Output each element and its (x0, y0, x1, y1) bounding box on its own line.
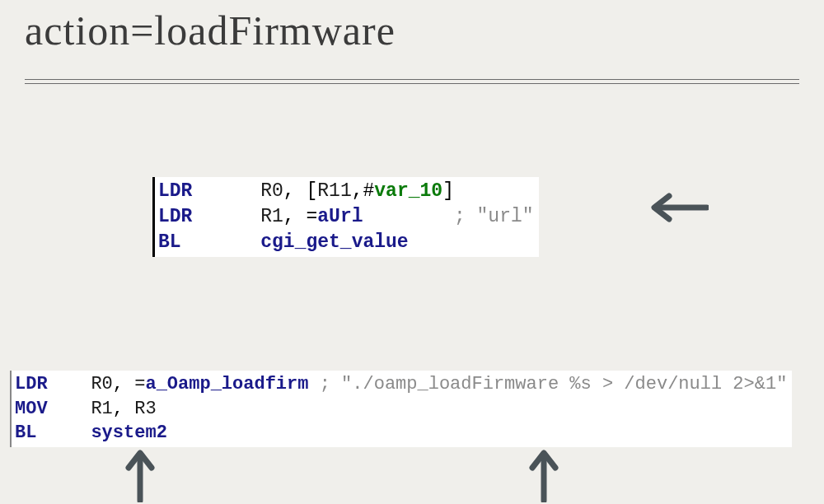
arrow-up-icon (527, 445, 560, 502)
asm-mnemonic: LDR (158, 180, 192, 202)
slide-title: action=loadFirmware (25, 0, 799, 54)
asm-punct: , [ (283, 180, 317, 202)
asm-mnemonic: BL (15, 422, 36, 443)
asm-punct: ] (442, 180, 454, 202)
asm-punct: , = (283, 206, 317, 227)
asm-punct: , (113, 399, 134, 419)
asm-comment: ; "url" (454, 206, 534, 227)
asm-mnemonic: LDR (158, 206, 192, 227)
arrow-left-icon (643, 191, 709, 224)
asm-mnemonic: MOV (15, 399, 48, 419)
divider (25, 79, 799, 84)
code-snippet-2: LDR R0, =a_Oamp_loadfirm ; "./oamp_loadF… (10, 371, 792, 447)
arrow-up-icon (124, 445, 157, 502)
asm-symbol: a_Oamp_loadfirm (145, 374, 308, 394)
asm-register: R3 (134, 399, 156, 419)
asm-register: R11 (317, 180, 351, 202)
code-snippet-1: LDR R0, [R11,#var_10] LDR R1, =aUrl ; "u… (152, 177, 539, 257)
asm-symbol: aUrl (317, 206, 363, 227)
asm-punct: ,# (352, 180, 375, 202)
asm-mnemonic: BL (158, 231, 181, 253)
asm-register: R0 (260, 180, 283, 202)
asm-function: cgi_get_value (260, 231, 408, 253)
asm-register: R0 (91, 374, 112, 394)
asm-function: system2 (91, 422, 166, 443)
asm-register: R1 (91, 399, 112, 419)
asm-comment: ; "./oamp_loadFirmware %s > /dev/null 2>… (320, 374, 788, 394)
asm-mnemonic: LDR (15, 374, 48, 394)
asm-punct: , = (113, 374, 146, 394)
asm-variable: var_10 (374, 180, 442, 202)
asm-register: R1 (260, 206, 283, 227)
